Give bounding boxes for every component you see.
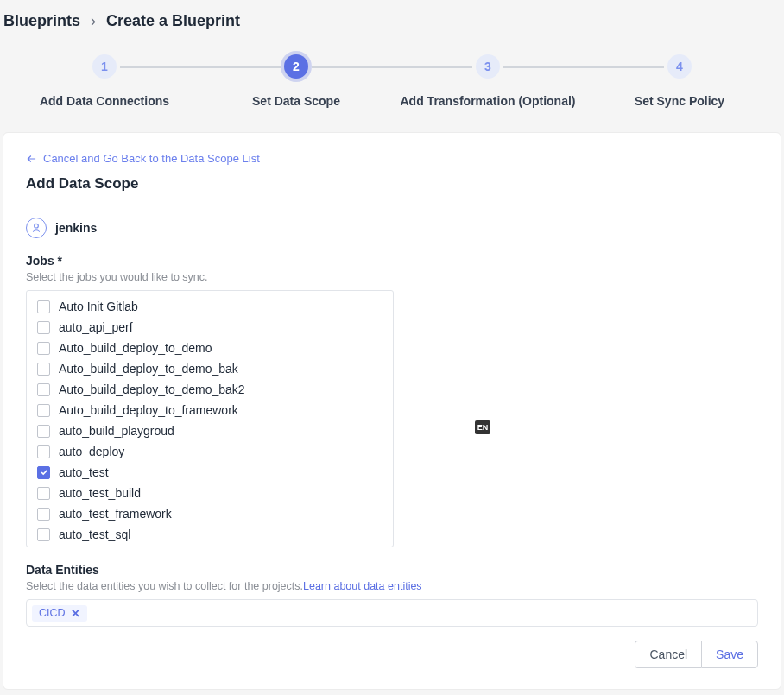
entities-help-text: Select the data entities you wish to col… <box>26 580 303 592</box>
job-item[interactable]: auto_api_perf <box>27 317 393 338</box>
step-number-icon: 3 <box>476 54 500 79</box>
jenkins-icon <box>26 218 47 238</box>
job-name: auto_build_playgroud <box>59 424 174 438</box>
job-name: Auto Init Gitlab <box>59 300 138 313</box>
job-name: auto_deploy <box>59 445 124 458</box>
connection-name: jenkins <box>55 221 97 235</box>
step-label: Add Data Connections <box>40 94 169 108</box>
step-1[interactable]: 1Add Data Connections <box>9 54 200 108</box>
job-item[interactable]: Auto Init Gitlab <box>27 296 393 317</box>
step-3[interactable]: 3Add Transformation (Optional) <box>392 54 584 108</box>
job-item[interactable]: Auto_build_deploy_to_demo_bak <box>27 358 393 379</box>
job-checkbox[interactable] <box>37 425 50 438</box>
input-lang-badge: EN <box>475 420 490 434</box>
job-checkbox[interactable] <box>37 342 50 355</box>
step-number-icon: 1 <box>92 54 117 79</box>
tag-remove-icon[interactable]: ✕ <box>71 607 80 620</box>
job-item[interactable]: auto_test_build <box>27 483 393 503</box>
job-checkbox[interactable] <box>37 487 50 500</box>
job-checkbox[interactable] <box>37 528 50 541</box>
step-2[interactable]: 2Set Data Scope <box>200 54 392 108</box>
job-item[interactable]: Auto_build_deploy_to_demo_bak2 <box>27 379 393 400</box>
divider <box>26 205 758 205</box>
jobs-listbox[interactable]: Auto Init Gitlabauto_api_perfAuto_build_… <box>26 290 394 547</box>
job-item[interactable]: auto_build_playgroud <box>27 420 393 441</box>
job-name: auto_test_framework <box>59 507 172 521</box>
back-link-text: Cancel and Go Back to the Data Scope Lis… <box>43 152 260 165</box>
breadcrumb-current: Create a Blueprint <box>106 12 240 30</box>
job-name: auto_api_perf <box>59 320 133 334</box>
job-item[interactable]: Auto_build_deploy_to_demo <box>27 338 393 358</box>
job-item[interactable]: auto_test_framework <box>27 503 393 524</box>
entity-tag-label: CICD <box>39 607 66 619</box>
job-checkbox[interactable] <box>37 363 50 376</box>
svg-point-0 <box>35 224 39 228</box>
entities-taginput[interactable]: CICD✕ <box>26 599 758 627</box>
entities-label: Data Entities <box>26 563 758 577</box>
job-item[interactable]: auto_test_sql <box>27 524 393 545</box>
job-checkbox[interactable] <box>37 321 50 334</box>
save-button[interactable]: Save <box>701 641 758 668</box>
step-label: Set Data Scope <box>252 94 340 108</box>
job-checkbox[interactable] <box>37 404 50 417</box>
page-title: Add Data Scope <box>26 175 758 193</box>
job-name: auto_test <box>59 465 109 479</box>
job-name: Auto_build_deploy_to_demo <box>59 341 212 355</box>
job-name: Auto_build_deploy_to_framework <box>59 403 238 417</box>
job-name: Auto_build_deploy_to_demo_bak <box>59 362 238 376</box>
entities-help: Select the data entities you wish to col… <box>26 580 758 592</box>
job-name: Auto_build_deploy_to_demo_bak2 <box>59 382 245 396</box>
back-link[interactable]: Cancel and Go Back to the Data Scope Lis… <box>26 152 260 165</box>
stepper: 1Add Data Connections2Set Data Scope3Add… <box>0 46 784 132</box>
job-name: auto_test_sql <box>59 528 130 541</box>
step-number-icon: 2 <box>284 54 308 79</box>
cancel-button[interactable]: Cancel <box>635 641 701 668</box>
job-checkbox[interactable] <box>37 508 50 521</box>
step-label: Set Sync Policy <box>635 94 724 108</box>
job-checkbox[interactable] <box>37 300 50 313</box>
job-item[interactable]: auto_deploy <box>27 441 393 462</box>
job-checkbox[interactable] <box>37 445 50 458</box>
breadcrumb-separator: › <box>91 12 96 30</box>
entity-tag: CICD✕ <box>32 605 87 622</box>
job-item[interactable]: auto_test <box>27 462 393 483</box>
arrow-left-icon <box>26 153 38 165</box>
breadcrumb-parent[interactable]: Blueprints <box>3 12 80 30</box>
footer-actions: Cancel Save <box>26 641 758 668</box>
connection-header: jenkins <box>26 218 758 238</box>
breadcrumb: Blueprints › Create a Blueprint <box>0 0 784 46</box>
job-item[interactable]: Auto_build_deploy_to_framework <box>27 400 393 420</box>
step-number-icon: 4 <box>667 54 692 79</box>
jobs-help: Select the jobs you would like to sync. <box>26 271 758 283</box>
job-name: auto_test_build <box>59 486 141 500</box>
step-4[interactable]: 4Set Sync Policy <box>584 54 775 108</box>
job-checkbox[interactable] <box>37 383 50 396</box>
step-label: Add Transformation (Optional) <box>401 94 576 108</box>
job-checkbox[interactable] <box>37 466 50 479</box>
main-card: Cancel and Go Back to the Data Scope Lis… <box>3 132 781 690</box>
jobs-label: Jobs * <box>26 254 758 268</box>
entities-learn-link[interactable]: Learn about data entities <box>303 580 422 592</box>
